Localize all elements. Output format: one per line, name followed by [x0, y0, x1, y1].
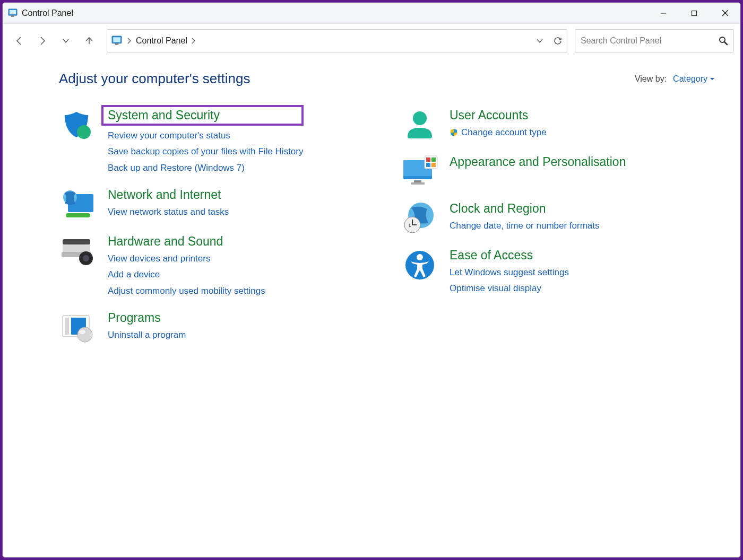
svg-rect-8	[113, 37, 120, 42]
search-input[interactable]	[581, 36, 670, 46]
sublink[interactable]: Let Windows suggest settings	[450, 266, 569, 279]
minimize-button[interactable]	[648, 3, 670, 23]
network-icon	[59, 188, 97, 222]
category-ease-of-access: Ease of Access Let Windows suggest setti…	[401, 248, 670, 296]
category-title[interactable]: Programs	[108, 311, 186, 325]
hardware-icon	[59, 234, 97, 268]
category-title[interactable]: User Accounts	[450, 108, 547, 122]
sublink[interactable]: Review your computer's status	[108, 129, 304, 143]
category-user-accounts: User Accounts Change account type	[401, 108, 670, 142]
forward-button[interactable]	[32, 31, 53, 51]
toolbar: Control Panel	[3, 24, 670, 58]
right-column: User Accounts Change account type	[401, 108, 670, 345]
chevron-down-icon[interactable]	[536, 37, 543, 45]
category-title[interactable]: System and Security	[101, 105, 304, 126]
control-panel-icon	[111, 36, 122, 46]
breadcrumb[interactable]: Control Panel	[136, 36, 532, 46]
search-box[interactable]	[575, 29, 670, 52]
sublink[interactable]: Uninstall a program	[108, 328, 186, 342]
address-bar[interactable]: Control Panel	[107, 29, 567, 52]
svg-rect-17	[63, 239, 90, 244]
svg-rect-30	[414, 180, 421, 182]
category-network-and-internet: Network and Internet View network status…	[59, 188, 379, 222]
svg-rect-33	[426, 158, 430, 162]
svg-rect-2	[11, 15, 14, 17]
window: Control Panel	[2, 2, 670, 504]
svg-rect-1	[10, 10, 16, 14]
left-column: System and Security Review your computer…	[59, 108, 379, 345]
sublink[interactable]: View network status and tasks	[108, 205, 229, 219]
svg-rect-22	[65, 318, 69, 335]
appearance-icon	[401, 155, 439, 189]
svg-rect-35	[426, 163, 430, 167]
category-appearance-and-personalisation: Appearance and Personalisation	[401, 155, 670, 189]
category-clock-and-region: L Clock and Region Change date, time or …	[401, 202, 670, 235]
svg-rect-34	[431, 158, 436, 162]
svg-rect-36	[431, 163, 436, 167]
svg-rect-9	[115, 43, 119, 45]
svg-point-20	[83, 255, 89, 261]
category-programs: Programs Uninstall a program	[59, 311, 379, 345]
shield-icon	[59, 108, 97, 142]
category-title[interactable]: Appearance and Personalisation	[450, 155, 626, 169]
accessibility-icon	[401, 248, 439, 282]
control-panel-icon	[8, 8, 18, 18]
window-controls	[648, 3, 670, 23]
svg-point-27	[413, 111, 427, 125]
chevron-right-icon	[191, 38, 196, 44]
page-heading: Adjust your computer's settings	[59, 71, 250, 87]
sublink[interactable]: Optimise visual display	[450, 282, 569, 295]
clock-region-icon: L	[401, 202, 439, 235]
sublink[interactable]: View devices and printers	[108, 252, 265, 266]
window-title: Control Panel	[22, 8, 648, 18]
programs-icon	[59, 311, 97, 345]
titlebar: Control Panel	[3, 3, 670, 24]
category-title[interactable]: Ease of Access	[450, 248, 569, 262]
up-button[interactable]	[79, 31, 99, 51]
view-by: View by: Category	[635, 74, 670, 84]
sublink[interactable]: Change account type	[461, 126, 547, 139]
svg-point-26	[79, 330, 85, 334]
recent-locations-button[interactable]	[56, 31, 76, 51]
svg-point-43	[417, 254, 423, 260]
chevron-right-icon	[126, 38, 132, 44]
category-system-and-security: System and Security Review your computer…	[59, 108, 379, 175]
content-area: Adjust your computer's settings View by:…	[3, 58, 670, 504]
uac-shield-icon	[450, 128, 458, 137]
sublink[interactable]: Adjust commonly used mobility settings	[108, 284, 265, 298]
category-title[interactable]: Network and Internet	[108, 188, 229, 202]
category-title[interactable]: Hardware and Sound	[108, 234, 265, 249]
svg-rect-31	[411, 182, 425, 185]
sublink[interactable]: Save backup copies of your files with Fi…	[108, 145, 304, 159]
svg-rect-14	[66, 213, 90, 217]
sublink[interactable]: Change date, time or number formats	[450, 219, 600, 233]
category-title[interactable]: Clock and Region	[450, 202, 600, 216]
view-by-label: View by:	[635, 74, 667, 84]
refresh-button[interactable]	[553, 36, 563, 46]
sublink[interactable]: Back up and Restore (Windows 7)	[108, 161, 304, 175]
sublink[interactable]: Add a device	[108, 268, 265, 282]
breadcrumb-item[interactable]: Control Panel	[136, 36, 187, 46]
svg-text:L: L	[409, 223, 411, 228]
back-button[interactable]	[9, 31, 29, 51]
user-icon	[401, 108, 439, 142]
category-hardware-and-sound: Hardware and Sound View devices and prin…	[59, 234, 379, 298]
svg-point-12	[77, 125, 91, 139]
